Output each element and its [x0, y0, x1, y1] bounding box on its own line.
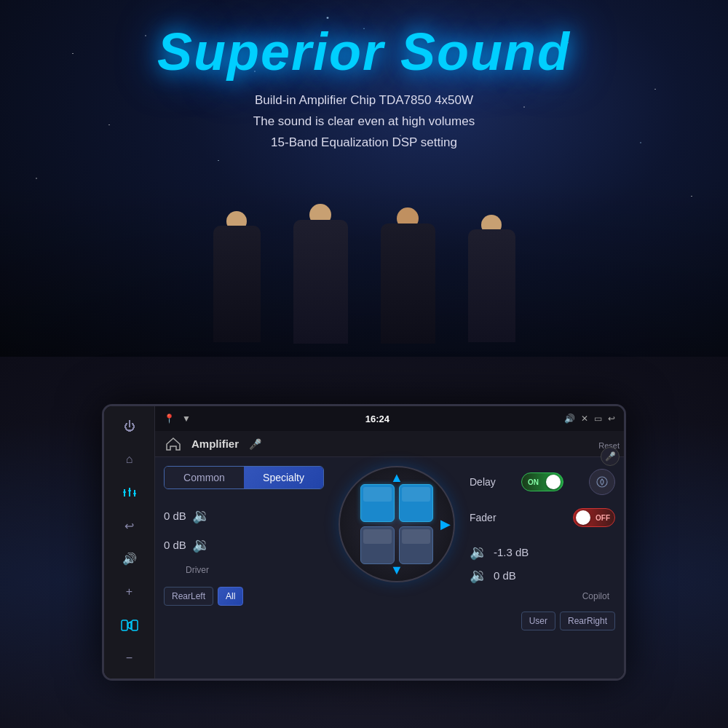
- signal-icon: ▼: [182, 414, 191, 424]
- fader-label: Fader: [470, 512, 496, 523]
- subtitle-line-2: The sound is clear even at high volumes: [253, 111, 475, 132]
- tab-group: Common Specialty: [164, 466, 324, 489]
- home-icon[interactable]: ⌂: [118, 450, 141, 470]
- user-btn[interactable]: User: [521, 612, 555, 630]
- orchestra-area: [0, 182, 728, 357]
- status-bar: 📍 ▼ 16:24 🔊 ✕ ▭ ↩: [155, 406, 624, 431]
- svg-rect-6: [122, 620, 127, 630]
- front-left-db: 0 dB: [164, 510, 186, 522]
- knob-down-arrow[interactable]: ▼: [390, 563, 403, 578]
- nav-title: Amplifier: [191, 438, 239, 450]
- volume-icon[interactable]: 🔊: [118, 549, 141, 569]
- nav-microphone-icon: 🎤: [249, 438, 261, 450]
- volume-status-icon: 🔊: [564, 414, 575, 424]
- location-icon: 📍: [164, 414, 175, 424]
- seat-rear-right: [399, 526, 433, 564]
- right-position-buttons: User RearRight: [470, 612, 615, 630]
- sidebar: ⏻ ⌂ ↩ 🔊 +: [104, 406, 155, 678]
- subtitle: Build-in Amplifier Chip TDA7850 4x50W Th…: [253, 90, 475, 154]
- subtitle-line-3: 15-Band Equalization DSP setting: [253, 132, 475, 154]
- common-tab[interactable]: Common: [165, 467, 244, 488]
- fader-state: OFF: [596, 514, 610, 522]
- front-right-speaker-icon: 🔉: [470, 543, 488, 561]
- top-section: Superior Sound Build-in Amplifier Chip T…: [0, 0, 728, 357]
- delay-label: Delay: [470, 476, 496, 488]
- delay-state: ON: [528, 478, 539, 486]
- front-right-db: -1.3 dB: [494, 546, 529, 558]
- copilot-label: Copilot: [470, 591, 615, 601]
- rear-right-row: 🔉 0 dB: [470, 566, 615, 584]
- eq-icon[interactable]: [118, 483, 141, 503]
- balance-knob[interactable]: ▲ ▼ ▶: [339, 466, 455, 582]
- right-panel: Delay ON: [470, 466, 615, 670]
- all-btn[interactable]: All: [218, 587, 243, 606]
- head-unit: ⏻ ⌂ ↩ 🔊 +: [102, 404, 626, 681]
- status-time: 16:24: [365, 414, 389, 424]
- fader-toggle[interactable]: OFF: [573, 508, 615, 527]
- content-area: Common Specialty 0 dB 🔉 0 dB 🔉: [155, 457, 624, 678]
- subtitle-line-1: Build-in Amplifier Chip TDA7850 4x50W: [253, 90, 475, 111]
- front-left-row: 0 dB 🔉: [164, 504, 324, 527]
- nav-bar: Amplifier 🎤: [155, 431, 624, 457]
- mic-button[interactable]: 🎤: [601, 447, 620, 466]
- delay-eq-icon[interactable]: [589, 469, 615, 495]
- vol-plus-icon[interactable]: +: [118, 582, 141, 603]
- fader-row: Fader OFF: [470, 505, 615, 530]
- close-status-icon[interactable]: ✕: [581, 414, 588, 424]
- fader-thumb: [576, 510, 590, 525]
- seat-diagram: [360, 484, 433, 564]
- delay-thumb: [546, 475, 561, 489]
- speaker-select-icon[interactable]: [118, 615, 141, 636]
- front-left-speaker-icon: 🔉: [192, 507, 210, 524]
- rear-right-db: 0 dB: [494, 569, 516, 582]
- status-left: 📍 ▼: [164, 414, 191, 424]
- center-panel: ▲ ▼ ▶: [334, 466, 459, 670]
- seat-front-right: [399, 484, 433, 522]
- main-title: Superior Sound: [157, 22, 571, 82]
- back-icon[interactable]: ↩: [118, 516, 141, 537]
- svg-point-9: [597, 477, 607, 487]
- knob-up-arrow[interactable]: ▲: [390, 470, 403, 486]
- window-status-icon[interactable]: ▭: [594, 414, 602, 424]
- knob-right-arrow[interactable]: ▶: [440, 516, 451, 532]
- rear-right-speaker-icon: 🔉: [470, 566, 488, 584]
- back-status-icon[interactable]: ↩: [608, 414, 615, 424]
- rear-left-speaker-icon: 🔉: [192, 536, 210, 553]
- screen: 📍 ▼ 16:24 🔊 ✕ ▭ ↩ Amplifier 🎤: [155, 406, 624, 678]
- svg-rect-7: [132, 620, 138, 630]
- rear-left-btn[interactable]: RearLeft: [164, 587, 213, 606]
- rear-left-db: 0 dB: [164, 539, 186, 551]
- nav-home-icon[interactable]: [165, 437, 181, 451]
- vol-minus-icon[interactable]: −: [118, 649, 141, 669]
- status-right: 🔊 ✕ ▭ ↩: [564, 414, 615, 424]
- rear-left-row: 0 dB 🔉: [164, 533, 324, 556]
- rear-right-btn[interactable]: RearRight: [560, 612, 615, 630]
- driver-label: Driver: [164, 565, 324, 575]
- delay-row: Delay ON: [470, 466, 615, 498]
- front-right-row: 🔉 -1.3 dB: [470, 543, 615, 561]
- seat-front-left: [360, 484, 395, 522]
- left-panel: Common Specialty 0 dB 🔉 0 dB 🔉: [164, 466, 324, 670]
- svg-marker-8: [167, 438, 180, 450]
- delay-toggle[interactable]: ON: [521, 472, 563, 491]
- power-icon[interactable]: ⏻: [118, 416, 141, 437]
- position-buttons: RearLeft All: [164, 587, 324, 606]
- specialty-tab[interactable]: Specialty: [244, 467, 323, 488]
- bottom-section: ⏻ ⌂ ↩ 🔊 +: [0, 357, 728, 728]
- seat-rear-left: [360, 526, 395, 564]
